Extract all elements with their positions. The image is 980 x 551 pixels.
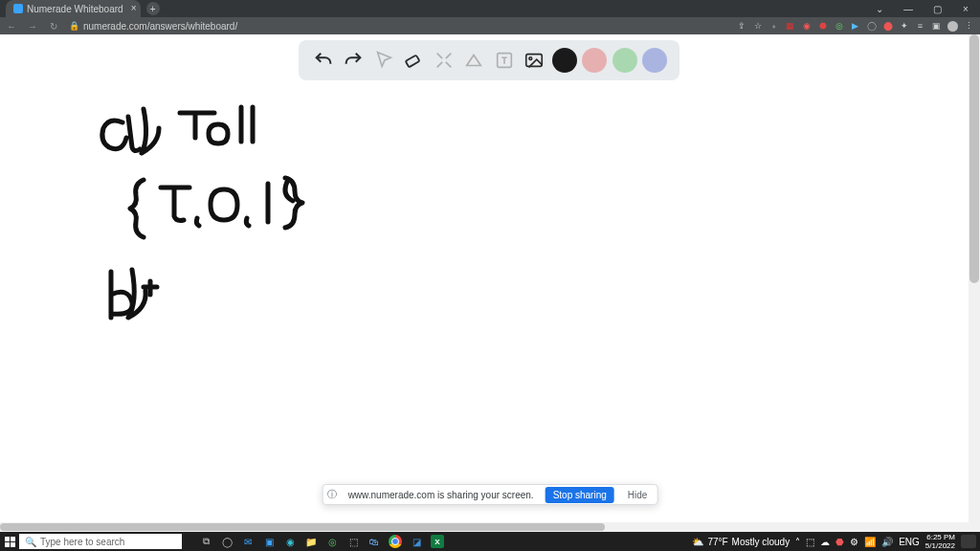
ext-icon-4[interactable]: ⬣ [817, 21, 828, 32]
taskbar-search[interactable]: 🔍 Type here to search [19, 534, 182, 549]
nav-reload-icon[interactable]: ↻ [48, 21, 59, 32]
browser-tab[interactable]: Numerade Whiteboard × [6, 0, 141, 17]
language-indicator[interactable]: ENG [899, 537, 920, 547]
horizontal-scroll-thumb[interactable] [0, 523, 605, 531]
bookmark-icon[interactable]: ☆ [752, 21, 763, 32]
ext-icon-5[interactable]: ◎ [834, 21, 844, 32]
whiteboard-canvas[interactable] [0, 34, 980, 532]
extension-icons: ⇪ ☆ ⬧ ▦ ◉ ⬣ ◎ ▶ ◯ ⬤ ✦ ≡ ▣ ⋮ [736, 21, 974, 32]
ext-icon-3[interactable]: ◉ [801, 21, 812, 32]
windows-taskbar: 🔍 Type here to search ⧉ ◯ ✉ ▣ ◉ 📁 ◎ ⬚ 🛍 … [0, 532, 980, 551]
app-icon-4[interactable]: ◪ [410, 535, 423, 548]
excel-icon[interactable]: X [431, 535, 444, 548]
search-icon: 🔍 [25, 537, 36, 547]
window-dropdown-icon[interactable]: ⌄ [865, 0, 894, 17]
ext-icon-1[interactable]: ⬧ [768, 21, 779, 32]
ext-icon-8[interactable]: ⬤ [882, 21, 893, 32]
weather-widget[interactable]: ⛅ 77°F Mostly cloudy [692, 537, 790, 547]
clock-date: 5/1/2022 [925, 541, 955, 550]
browser-addressbar: ← → ↻ 🔒 numerade.com/answers/whiteboard/… [0, 17, 980, 34]
tab-title: Numerade Whiteboard [27, 4, 123, 14]
vertical-scroll-thumb[interactable] [969, 34, 979, 283]
weather-icon: ⛅ [692, 537, 703, 547]
edge-icon[interactable]: ◉ [283, 535, 297, 548]
browser-menu-icon[interactable]: ⋮ [964, 21, 974, 32]
url-display[interactable]: 🔒 numerade.com/answers/whiteboard/ [69, 21, 237, 32]
tray-chevron-icon[interactable]: ˄ [795, 537, 800, 547]
app-icon-1[interactable]: ▣ [262, 535, 276, 548]
weather-desc: Mostly cloudy [732, 537, 791, 547]
app-icon-3[interactable]: ⬚ [346, 535, 360, 548]
tab-close-icon[interactable]: × [131, 3, 137, 13]
ext-icon-7[interactable]: ◯ [866, 21, 877, 32]
chrome-icon[interactable] [389, 535, 402, 548]
ext-icon-10[interactable]: ▣ [931, 21, 942, 32]
notification-center-icon[interactable] [961, 535, 976, 548]
ext-icon-9[interactable]: ≡ [915, 21, 925, 32]
horizontal-scrollbar[interactable] [0, 522, 969, 532]
lock-icon: 🔒 [69, 21, 79, 31]
tray-icon-1[interactable]: ⬚ [806, 537, 814, 547]
wifi-icon[interactable]: 📶 [864, 537, 876, 547]
system-tray: ⛅ 77°F Mostly cloudy ˄ ⬚ ☁ ⬣ ⚙ 📶 🔊 ENG 6… [692, 533, 980, 550]
window-controls: ⌄ — ▢ × [865, 0, 980, 17]
search-placeholder: Type here to search [40, 537, 124, 547]
share-icon[interactable]: ⇪ [736, 21, 746, 32]
screen-share-bar: ⓘ www.numerade.com is sharing your scree… [323, 484, 658, 505]
share-message: www.numerade.com is sharing your screen. [345, 490, 538, 500]
new-tab-button[interactable]: + [146, 2, 160, 15]
volume-icon[interactable]: 🔊 [881, 537, 893, 547]
task-view-icon[interactable]: ⧉ [199, 535, 212, 548]
weather-temp: 77°F [707, 537, 727, 547]
window-minimize-icon[interactable]: — [894, 0, 923, 17]
tray-icon-2[interactable]: ☁ [820, 537, 830, 547]
taskbar-clock[interactable]: 6:25 PM 5/1/2022 [925, 533, 955, 550]
whiteboard-page: ⓘ www.numerade.com is sharing your scree… [0, 34, 980, 532]
window-close-icon[interactable]: × [951, 0, 980, 17]
start-button[interactable] [0, 537, 19, 547]
explorer-icon[interactable]: 📁 [304, 535, 318, 548]
tray-icon-4[interactable]: ⚙ [850, 537, 858, 547]
mail-icon[interactable]: ✉ [241, 535, 255, 548]
tab-favicon [13, 4, 23, 13]
share-info-icon: ⓘ [327, 488, 337, 501]
taskbar-app-icons: ⧉ ◯ ✉ ▣ ◉ 📁 ◎ ⬚ 🛍 ◪ X [199, 535, 444, 548]
store-icon[interactable]: 🛍 [368, 535, 381, 548]
ext-puzzle-icon[interactable]: ✦ [899, 21, 909, 32]
profile-avatar[interactable] [947, 21, 958, 32]
vertical-scrollbar[interactable] [969, 34, 980, 532]
ext-icon-2[interactable]: ▦ [785, 21, 795, 32]
nav-back-icon[interactable]: ← [6, 21, 17, 32]
windows-logo-icon [5, 537, 15, 547]
ext-icon-6[interactable]: ▶ [850, 21, 860, 32]
nav-forward-icon: → [27, 21, 38, 32]
window-maximize-icon[interactable]: ▢ [923, 0, 951, 17]
tray-icon-3[interactable]: ⬣ [835, 537, 844, 547]
app-icon-2[interactable]: ◎ [325, 535, 339, 548]
url-text: numerade.com/answers/whiteboard/ [83, 21, 237, 32]
hide-share-button[interactable]: Hide [622, 487, 654, 503]
browser-titlebar: Numerade Whiteboard × + ⌄ — ▢ × [0, 0, 980, 17]
stop-sharing-button[interactable]: Stop sharing [546, 487, 614, 503]
cortana-icon[interactable]: ◯ [220, 535, 234, 548]
clock-time: 6:25 PM [925, 533, 955, 541]
